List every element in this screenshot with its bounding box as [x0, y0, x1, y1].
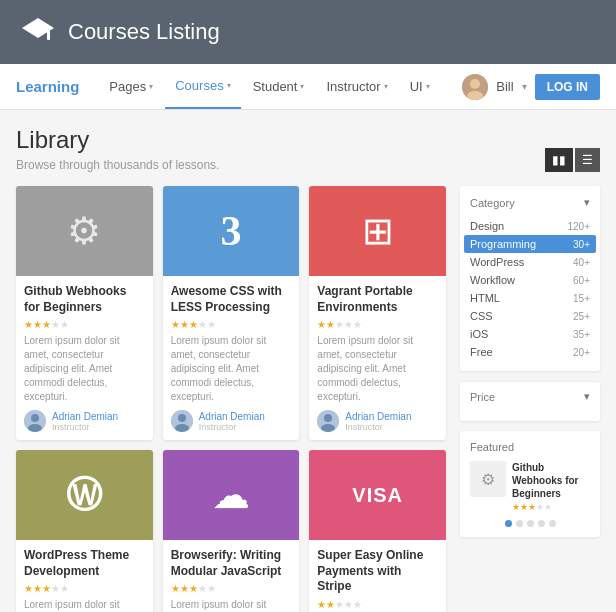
course-description: Lorem ipsum dolor sit amet, consectetur …	[317, 334, 438, 404]
svg-rect-1	[47, 30, 50, 40]
instructor-avatar	[24, 410, 46, 432]
featured-section: Featured ⚙ Github Webhooks for Beginners…	[460, 431, 600, 537]
course-card[interactable]: ☁ Browserify: Writing Modular JavaScript…	[163, 450, 300, 612]
dot-2[interactable]	[516, 520, 523, 527]
course-description: Lorem ipsum dolor sit amet, consectetur …	[171, 598, 292, 612]
course-card[interactable]: VISA Super Easy Online Payments with Str…	[309, 450, 446, 612]
caret-icon: ▾	[300, 82, 304, 91]
instructor-avatar	[171, 410, 193, 432]
instructor-role: Instructor	[199, 422, 265, 432]
instructor-name: Adrian Demian	[199, 411, 265, 422]
course-card[interactable]: Ⓦ WordPress Theme Development ★★★★★ Lore…	[16, 450, 153, 612]
app-title: Courses Listing	[68, 19, 220, 45]
instructor-name: Adrian Demian	[345, 411, 411, 422]
star-rating: ★★★★★	[171, 583, 292, 594]
navbar-brand[interactable]: Learning	[16, 78, 79, 95]
graduation-cap-icon	[20, 14, 56, 50]
dot-3[interactable]	[527, 520, 534, 527]
navbar: Learning Pages ▾ Courses ▾ Student ▾ Ins…	[0, 64, 616, 110]
user-name[interactable]: Bill	[496, 79, 513, 94]
filter-item-free[interactable]: Free 20+	[470, 343, 590, 361]
course-title: Vagrant Portable Environments	[317, 284, 438, 315]
nav-item-student[interactable]: Student ▾	[243, 65, 315, 108]
pagination-dots	[470, 520, 590, 527]
app-header: Courses Listing	[0, 0, 616, 64]
login-button[interactable]: LOG IN	[535, 74, 600, 100]
course-card[interactable]: 3 Awesome CSS with LESS Processing ★★★★★…	[163, 186, 300, 440]
instructor-info: Adrian Demian Instructor	[24, 410, 145, 432]
course-title: WordPress Theme Development	[24, 548, 145, 579]
instructor-avatar	[317, 410, 339, 432]
instructor-info: Adrian Demian Instructor	[317, 410, 438, 432]
nav-item-pages[interactable]: Pages ▾	[99, 65, 163, 108]
nav-item-ui[interactable]: UI ▾	[400, 65, 440, 108]
filter-item-html[interactable]: HTML 15+	[470, 289, 590, 307]
courses-grid: ⚙ Github Webhooks for Beginners ★★★★★ Lo…	[16, 186, 446, 612]
page-subtitle: Browse through thousands of lessons.	[16, 158, 600, 172]
star-rating: ★★★★★	[317, 599, 438, 610]
featured-title: Featured	[470, 441, 590, 453]
grid-view-button[interactable]: ▮▮	[545, 148, 573, 172]
chevron-down-icon: ▾	[584, 390, 590, 403]
page-content: Library Browse through thousands of less…	[0, 110, 616, 612]
instructor-name: Adrian Demian	[52, 411, 118, 422]
sidebar: Category ▾ Design 120+ Programming 30+ W…	[460, 186, 600, 612]
caret-icon: ▾	[384, 82, 388, 91]
svg-point-9	[178, 414, 186, 422]
star-rating: ★★★★★	[171, 319, 292, 330]
course-title: Super Easy Online Payments with Stripe	[317, 548, 438, 595]
star-rating: ★★★★★	[24, 319, 145, 330]
nav-item-courses[interactable]: Courses ▾	[165, 64, 240, 109]
course-card[interactable]: ⚙ Github Webhooks for Beginners ★★★★★ Lo…	[16, 186, 153, 440]
course-thumbnail: VISA	[309, 450, 446, 540]
avatar	[462, 74, 488, 100]
dot-5[interactable]	[549, 520, 556, 527]
dot-1[interactable]	[505, 520, 512, 527]
featured-thumbnail: ⚙	[470, 461, 506, 497]
caret-icon: ▾	[227, 81, 231, 90]
featured-card[interactable]: ⚙ Github Webhooks for Beginners ★★★★★	[470, 461, 590, 512]
course-thumbnail: ⚙	[16, 186, 153, 276]
svg-point-7	[28, 424, 42, 432]
featured-stars: ★★★★★	[512, 502, 590, 512]
filter-item-css[interactable]: CSS 25+	[470, 307, 590, 325]
list-view-button[interactable]: ☰	[575, 148, 600, 172]
svg-point-12	[324, 414, 332, 422]
navbar-right: Bill ▾ LOG IN	[462, 74, 600, 100]
caret-icon: ▾	[149, 82, 153, 91]
course-thumbnail: 3	[163, 186, 300, 276]
svg-point-10	[175, 424, 189, 432]
filter-item-programming[interactable]: Programming 30+	[464, 235, 596, 253]
course-description: Lorem ipsum dolor sit amet, consectetur …	[24, 598, 145, 612]
course-title: Browserify: Writing Modular JavaScript	[171, 548, 292, 579]
course-card[interactable]: ⊞ Vagrant Portable Environments ★★★★★ Lo…	[309, 186, 446, 440]
course-thumbnail: Ⓦ	[16, 450, 153, 540]
nav-items: Pages ▾ Courses ▾ Student ▾ Instructor ▾…	[99, 64, 462, 109]
chevron-down-icon: ▾	[584, 196, 590, 209]
category-filter-title: Category ▾	[470, 196, 590, 209]
app-logo: Courses Listing	[20, 14, 220, 50]
category-filter: Category ▾ Design 120+ Programming 30+ W…	[460, 186, 600, 371]
instructor-info: Adrian Demian Instructor	[171, 410, 292, 432]
price-filter: Price ▾	[460, 381, 600, 421]
course-thumbnail: ☁	[163, 450, 300, 540]
instructor-role: Instructor	[52, 422, 118, 432]
caret-icon: ▾	[426, 82, 430, 91]
nav-item-instructor[interactable]: Instructor ▾	[316, 65, 397, 108]
star-rating: ★★★★★	[24, 583, 145, 594]
featured-course-title: Github Webhooks for Beginners	[512, 461, 590, 500]
view-toggle: ▮▮ ☰	[545, 148, 600, 172]
filter-item-design[interactable]: Design 120+	[470, 217, 590, 235]
star-rating: ★★★★★	[317, 319, 438, 330]
course-description: Lorem ipsum dolor sit amet, consectetur …	[24, 334, 145, 404]
instructor-role: Instructor	[345, 422, 411, 432]
filter-item-ios[interactable]: iOS 35+	[470, 325, 590, 343]
course-title: Awesome CSS with LESS Processing	[171, 284, 292, 315]
filter-item-workflow[interactable]: Workflow 60+	[470, 271, 590, 289]
dot-4[interactable]	[538, 520, 545, 527]
filter-item-wordpress[interactable]: WordPress 40+	[470, 253, 590, 271]
course-description: Lorem ipsum dolor sit amet, consectetur …	[171, 334, 292, 404]
main-layout: ⚙ Github Webhooks for Beginners ★★★★★ Lo…	[16, 186, 600, 612]
user-caret[interactable]: ▾	[522, 81, 527, 92]
svg-point-3	[470, 79, 480, 89]
